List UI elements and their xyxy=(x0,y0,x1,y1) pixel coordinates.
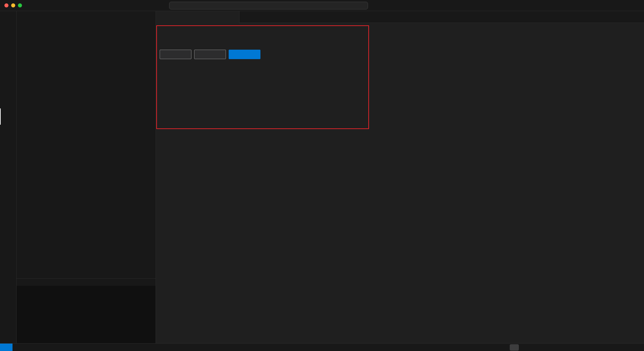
activity-bar xyxy=(0,11,17,343)
chevron-down-icon xyxy=(18,24,23,29)
tab-object-explorer-filter[interactable] xyxy=(156,11,239,23)
filter-buttons xyxy=(160,50,644,59)
query-history-body xyxy=(17,286,156,343)
clear-all-button[interactable] xyxy=(160,50,191,59)
connections-section-header[interactable] xyxy=(17,23,156,30)
sql-server-icon[interactable] xyxy=(0,108,16,125)
window-controls xyxy=(4,3,22,7)
ok-button[interactable] xyxy=(229,50,260,59)
workbench xyxy=(0,11,644,343)
extensions-icon[interactable] xyxy=(0,92,16,108)
remote-indicator[interactable] xyxy=(0,344,13,351)
query-history-header[interactable] xyxy=(17,278,156,286)
close-tab-icon[interactable] xyxy=(230,14,236,20)
sidebar-header xyxy=(17,11,156,23)
query-history-section xyxy=(17,278,156,343)
copilot-menu[interactable] xyxy=(372,0,373,11)
tab-bar xyxy=(156,11,644,23)
close-button[interactable] xyxy=(194,50,226,59)
zoom-status-icon[interactable] xyxy=(510,344,519,351)
filter-settings-panel xyxy=(156,23,644,59)
history-navigation xyxy=(148,0,165,11)
command-center-search[interactable] xyxy=(169,2,368,9)
filter-table xyxy=(156,32,644,45)
accounts-icon[interactable] xyxy=(0,311,16,327)
vscode-window xyxy=(0,0,644,351)
source-control-icon[interactable] xyxy=(0,44,16,60)
remote-explorer-icon[interactable] xyxy=(0,76,16,92)
explorer-icon[interactable] xyxy=(0,11,16,27)
editor-actions xyxy=(522,11,527,23)
status-bar-right xyxy=(510,344,526,351)
search-sidebar-icon[interactable] xyxy=(0,27,16,44)
editor-area xyxy=(156,11,644,343)
filter-table-header xyxy=(156,32,644,45)
chevron-right-icon xyxy=(18,280,23,285)
settings-gear-icon[interactable] xyxy=(0,327,16,343)
sql-server-sidebar xyxy=(17,11,156,343)
close-window-button[interactable] xyxy=(4,3,8,7)
status-bar xyxy=(0,343,644,351)
run-debug-icon[interactable] xyxy=(0,60,16,76)
layout-controls xyxy=(492,0,504,11)
title-bar xyxy=(0,0,644,11)
minimize-window-button[interactable] xyxy=(11,3,15,7)
zoom-window-button[interactable] xyxy=(18,3,22,7)
